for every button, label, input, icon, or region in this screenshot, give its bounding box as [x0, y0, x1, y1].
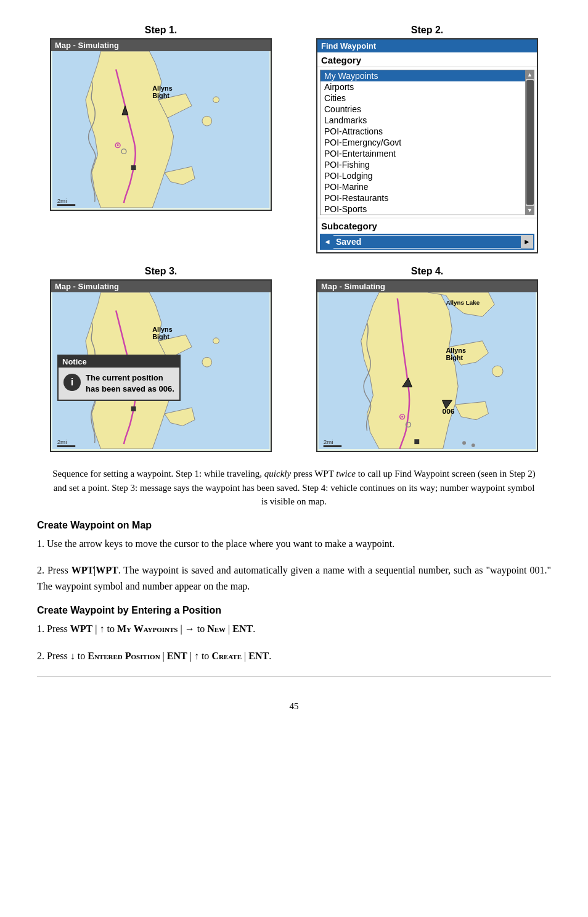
list-item-poi-emergncy[interactable]: POI-Emergncy/Govt — [321, 137, 525, 148]
step3-block: Step 3. Map - Simulating Allyns Bight — [37, 266, 285, 452]
list-item-poi-fishing[interactable]: POI-Fishing — [321, 159, 525, 170]
step1-label: Step 1. — [145, 25, 177, 36]
ent-s2b: ENT — [167, 651, 187, 661]
section2-para1: 1. Press WPT | ↑ to My Waypoints | → to … — [37, 621, 551, 637]
scroll-thumb[interactable] — [526, 80, 534, 205]
svg-text:2mi: 2mi — [57, 438, 67, 445]
scroll-up-arrow[interactable]: ▲ — [526, 70, 534, 79]
down-arrow-s2: ↓ — [70, 651, 75, 661]
list-item-poi-sports[interactable]: POI-Sports — [321, 204, 525, 215]
right-arrow-s2: → — [185, 623, 195, 634]
step4-label: Step 4. — [411, 266, 443, 277]
step1-map: Map - Simulating Allyns Bight — [50, 38, 272, 211]
up-arrow-s2: ↑ — [99, 623, 104, 634]
svg-rect-11 — [57, 204, 76, 206]
svg-text:Allyns: Allyns — [152, 326, 172, 333]
wpt-s2: WPT — [70, 623, 92, 634]
list-item-poi-entertainment[interactable]: POI-Entertainment — [321, 148, 525, 159]
list-scroll-area: My Waypoints Airports Cities Countries L… — [321, 70, 525, 215]
list-item-my-waypoints[interactable]: My Waypoints — [321, 70, 525, 81]
step3-map: Map - Simulating Allyns Bight — [50, 279, 272, 452]
step4-block: Step 4. Map - Simulating — [303, 266, 551, 452]
svg-rect-38 — [324, 445, 342, 447]
svg-point-36 — [472, 443, 475, 447]
svg-text:2mi: 2mi — [57, 197, 67, 204]
section1-heading: Create Waypoint on Map — [37, 520, 551, 531]
up-arrow-s2b: ↑ — [194, 651, 199, 661]
svg-text:Allyns: Allyns — [446, 347, 466, 354]
svg-point-32 — [401, 416, 403, 417]
list-scrollbar[interactable]: ▲ ▼ — [525, 70, 534, 215]
list-item-landmarks[interactable]: Landmarks — [321, 115, 525, 126]
section1-para1: 1. Use the arrow keys to move the cursor… — [37, 536, 551, 552]
svg-point-16 — [213, 338, 219, 344]
caption-block: Sequence for setting a waypoint. Step 1:… — [37, 467, 551, 509]
new-sc: New — [207, 623, 226, 634]
my-waypoints-sc: My Waypoints — [117, 623, 178, 634]
wpt-bold: WPT — [71, 565, 94, 575]
svg-rect-22 — [57, 445, 76, 447]
svg-point-35 — [462, 441, 466, 445]
list-item-poi-restaurants[interactable]: POI-Restaurants — [321, 192, 525, 204]
step4-map-title: Map - Simulating — [317, 281, 537, 292]
find-wp-saved-bar: ◄ Saved ► — [320, 234, 534, 250]
page-divider — [37, 676, 551, 676]
svg-rect-34 — [414, 439, 419, 444]
step1-map-svg: Allyns Bight 2mi — [51, 51, 271, 208]
wpt-bold2: WPT — [96, 565, 118, 575]
saved-arrow-left[interactable]: ◄ — [321, 235, 333, 249]
list-item-poi-marine[interactable]: POI-Marine — [321, 181, 525, 192]
section2-heading: Create Waypoint by Entering a Position — [37, 605, 551, 616]
svg-text:Bight: Bight — [152, 333, 169, 340]
svg-text:2mi: 2mi — [324, 438, 333, 445]
step4-map: Map - Simulating Allyns Lake — [316, 279, 538, 452]
list-item-airports[interactable]: Airports — [321, 81, 525, 93]
svg-rect-9 — [131, 165, 136, 170]
ent-s2c: ENT — [248, 651, 269, 661]
saved-arrow-right[interactable]: ► — [521, 235, 533, 249]
svg-point-5 — [213, 97, 219, 103]
step3-label: Step 3. — [145, 266, 177, 277]
caption-text: Sequence for setting a waypoint. Step 1:… — [52, 469, 536, 506]
svg-text:Bight: Bight — [152, 92, 169, 99]
find-wp-subcategory-label: Subcategory — [317, 218, 537, 232]
list-item-poi-attractions[interactable]: POI-Attractions — [321, 126, 525, 137]
svg-point-7 — [117, 144, 119, 146]
svg-point-15 — [202, 357, 212, 367]
find-wp-list: My Waypoints Airports Cities Countries L… — [320, 70, 534, 215]
svg-text:Bight: Bight — [446, 354, 463, 361]
step2-label: Step 2. — [411, 25, 443, 36]
list-item-cities[interactable]: Cities — [321, 93, 525, 104]
step1-map-title: Map - Simulating — [51, 39, 271, 51]
entered-position-sc: Entered Position — [88, 651, 160, 661]
list-item-countries[interactable]: Countries — [321, 104, 525, 115]
scroll-down-arrow[interactable]: ▼ — [526, 206, 534, 215]
steps-grid: Step 1. Map - Simulating Allyns — [37, 25, 551, 452]
find-waypoint-panel: Find Waypoint Category My Waypoints Airp… — [316, 38, 538, 253]
svg-point-30 — [492, 366, 503, 377]
notice-overlay: Notice i The current position has been s… — [57, 355, 181, 401]
svg-text:006: 006 — [443, 407, 455, 416]
notice-title-bar: Notice — [59, 356, 179, 368]
find-wp-title: Find Waypoint — [317, 39, 537, 52]
notice-body: i The current position has been saved as… — [59, 368, 179, 400]
section2-para2: 2. Press ↓ to Entered Position | ENT | ↑… — [37, 648, 551, 664]
svg-point-4 — [202, 116, 212, 126]
step2-block: Step 2. Find Waypoint Category My Waypoi… — [303, 25, 551, 253]
list-item-poi-lodging[interactable]: POI-Lodging — [321, 170, 525, 181]
create-sc: Create — [211, 651, 242, 661]
step1-block: Step 1. Map - Simulating Allyns — [37, 25, 285, 253]
section1-para2: 2. Press WPT|WPT. The waypoint is saved … — [37, 562, 551, 594]
page-container: Step 1. Map - Simulating Allyns — [0, 0, 588, 749]
svg-rect-20 — [131, 406, 136, 411]
notice-text: The current position has been saved as 0… — [86, 372, 174, 395]
page-number: 45 — [37, 701, 551, 712]
notice-icon: i — [63, 374, 81, 391]
find-wp-category-label: Category — [317, 52, 537, 67]
list-with-scroll: My Waypoints Airports Cities Countries L… — [321, 70, 534, 215]
ent-s2: ENT — [232, 623, 253, 634]
svg-text:Allyns: Allyns — [152, 84, 172, 92]
saved-text: Saved — [333, 236, 521, 248]
step3-map-title: Map - Simulating — [51, 281, 271, 292]
step4-map-svg: Allyns Lake Allyns Bight 006 — [317, 292, 537, 449]
